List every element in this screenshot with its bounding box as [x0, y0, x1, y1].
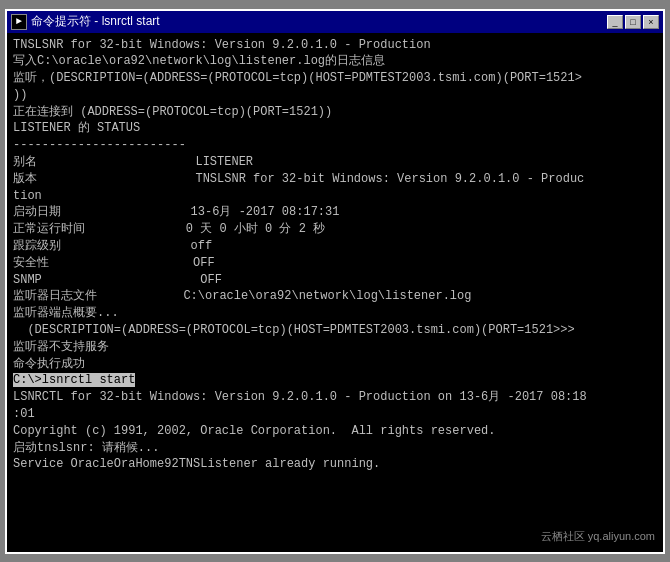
terminal-line: SNMP OFF [13, 272, 657, 289]
terminal-line: )) [13, 87, 657, 104]
terminal-line: C:\>lsnrctl start [13, 372, 657, 389]
terminal-line: 命令执行成功 [13, 356, 657, 373]
terminal-line: 跟踪级别 off [13, 238, 657, 255]
terminal-line: 写入C:\oracle\ora92\network\log\listener.l… [13, 53, 657, 70]
window-icon: ► [11, 14, 27, 30]
watermark: 云栖社区 yq.aliyun.com [541, 529, 655, 544]
window-title: 命令提示符 - lsnrctl start [31, 13, 160, 30]
minimize-button[interactable]: _ [607, 15, 623, 29]
terminal-line: 启动tnslsnr: 请稍候... [13, 440, 657, 457]
terminal-output: TNSLSNR for 32-bit Windows: Version 9.2.… [7, 33, 663, 552]
title-bar-left: ► 命令提示符 - lsnrctl start [11, 13, 160, 30]
terminal-line: 监听器日志文件 C:\oracle\ora92\network\log\list… [13, 288, 657, 305]
title-bar: ► 命令提示符 - lsnrctl start _ □ × [7, 11, 663, 33]
terminal-line: LSNRCTL for 32-bit Windows: Version 9.2.… [13, 389, 657, 406]
terminal-line: 正常运行时间 0 天 0 小时 0 分 2 秒 [13, 221, 657, 238]
terminal-line: :01 [13, 406, 657, 423]
terminal-line: Copyright (c) 1991, 2002, Oracle Corpora… [13, 423, 657, 440]
terminal-line: 启动日期 13-6月 -2017 08:17:31 [13, 204, 657, 221]
terminal-line: 监听器不支持服务 [13, 339, 657, 356]
terminal-line: 监听，(DESCRIPTION=(ADDRESS=(PROTOCOL=tcp)(… [13, 70, 657, 87]
terminal-line: (DESCRIPTION=(ADDRESS=(PROTOCOL=tcp)(HOS… [13, 322, 657, 339]
terminal-line: LISTENER 的 STATUS [13, 120, 657, 137]
close-button[interactable]: × [643, 15, 659, 29]
terminal-lines: TNSLSNR for 32-bit Windows: Version 9.2.… [13, 37, 657, 474]
terminal-line: tion [13, 188, 657, 205]
terminal-line: TNSLSNR for 32-bit Windows: Version 9.2.… [13, 37, 657, 54]
maximize-button[interactable]: □ [625, 15, 641, 29]
terminal-line: Service OracleOraHome92TNSListener alrea… [13, 456, 657, 473]
terminal-line: ------------------------ [13, 137, 657, 154]
cmd-window: ► 命令提示符 - lsnrctl start _ □ × TNSLSNR fo… [5, 9, 665, 554]
terminal-line: 正在连接到 (ADDRESS=(PROTOCOL=tcp)(PORT=1521)… [13, 104, 657, 121]
terminal-line: 别名 LISTENER [13, 154, 657, 171]
terminal-line: 安全性 OFF [13, 255, 657, 272]
terminal-line: 版本 TNSLSNR for 32-bit Windows: Version 9… [13, 171, 657, 188]
terminal-line: 监听器端点概要... [13, 305, 657, 322]
title-controls[interactable]: _ □ × [607, 15, 659, 29]
